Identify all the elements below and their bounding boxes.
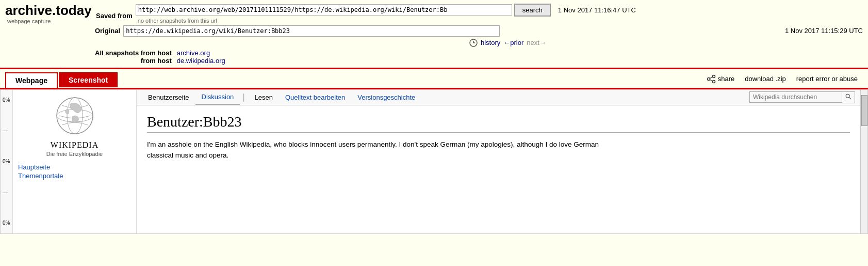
wiki-logo-title: WIKIPEDIA — [18, 140, 131, 150]
svg-point-12 — [846, 94, 849, 98]
percentage-bar: 0% — 0% — 0% — [1, 90, 13, 233]
wiki-tab-benutzerseite[interactable]: Benutzerseite — [142, 90, 195, 104]
report-label: report error or abuse — [796, 75, 858, 83]
wiki-tab-versionsgeschichte[interactable]: Versionsgeschichte — [351, 90, 421, 104]
wiki-tab-separator: │ — [240, 90, 248, 104]
wiki-page-title: Benutzer:Bbb23 — [147, 114, 850, 133]
history-link[interactable]: history — [481, 39, 500, 46]
share-link[interactable]: share — [707, 74, 735, 84]
wiki-tab-diskussion[interactable]: Diskussion — [195, 90, 240, 105]
history-clock-icon — [469, 39, 478, 47]
saved-url-input[interactable] — [136, 4, 512, 15]
brand-title: archive.today — [5, 3, 93, 18]
pct-dash2: — — [3, 190, 10, 195]
saved-from-label: Saved from — [96, 12, 133, 20]
wiki-tab-lesen[interactable]: Lesen — [248, 90, 279, 104]
wiki-sidebar-hauptseite[interactable]: Hauptseite — [18, 163, 131, 171]
report-link[interactable]: report error or abuse — [796, 75, 858, 83]
content-area: 0% — 0% — 0% WIKIPEDIA Die freie Enzyklo… — [0, 89, 868, 234]
pct-0b: 0% — [3, 159, 10, 164]
no-snapshots-text: no other snapshots from this url — [138, 18, 217, 24]
share-label: share — [718, 75, 735, 83]
download-link[interactable]: download .zip — [745, 75, 786, 83]
wiki-sidebar: WIKIPEDIA Die freie Enzyklopädie Hauptse… — [13, 90, 137, 233]
wiki-body-text: I'm an asshole on the English Wikipedia,… — [147, 139, 611, 161]
scrollbar[interactable] — [860, 90, 867, 233]
webpage-tab[interactable]: Webpage — [5, 72, 58, 88]
pct-0c: 0% — [3, 220, 10, 226]
wikipedia-globe-icon — [54, 95, 95, 136]
brand-subtitle: webpage capture — [7, 18, 93, 24]
snapshots-host2-link[interactable]: de.wikipedia.org — [177, 57, 225, 65]
wiki-logo-subtitle: Die freie Enzyklopädie — [18, 151, 131, 157]
pct-0: 0% — [3, 97, 10, 103]
wiki-search-button[interactable] — [842, 91, 855, 103]
scrollbar-thumb[interactable] — [861, 95, 867, 126]
share-icon — [707, 74, 716, 84]
original-label: Original — [95, 27, 120, 35]
svg-line-7 — [710, 80, 713, 81]
next-link: next→ — [527, 39, 546, 46]
snapshots-host1-link[interactable]: archive.org — [177, 49, 225, 57]
wiki-main: Benutzerseite Diskussion │ Lesen Quellte… — [137, 90, 860, 233]
wiki-tab-quelltext[interactable]: Quelltext bearbeiten — [279, 90, 351, 104]
download-label: download .zip — [745, 75, 786, 83]
brand: archive.today webpage capture — [5, 3, 93, 24]
wiki-content: Benutzer:Bbb23 I'm an asshole on the Eng… — [137, 105, 860, 169]
from-host-label: from host — [141, 57, 172, 65]
wiki-tabs-bar: Benutzerseite Diskussion │ Lesen Quellte… — [137, 90, 860, 105]
svg-point-4 — [707, 77, 710, 80]
timestamp2: 1 Nov 2017 11:15:29 UTC — [785, 27, 863, 35]
svg-line-13 — [849, 97, 851, 99]
svg-point-5 — [712, 80, 715, 83]
wiki-search-input[interactable] — [749, 91, 842, 103]
timestamp1: 1 Nov 2017 11:16:47 UTC — [558, 6, 636, 14]
original-url-input[interactable] — [123, 25, 500, 37]
screenshot-tab[interactable]: Screenshot — [59, 72, 118, 87]
snapshots-label: All snapshots from host — [95, 49, 172, 57]
prior-link[interactable]: ←prior — [503, 39, 523, 46]
search-button[interactable]: search — [514, 4, 551, 17]
wiki-sidebar-themenportale[interactable]: Themenportale — [18, 172, 131, 180]
svg-line-6 — [710, 77, 713, 79]
svg-point-3 — [712, 75, 715, 77]
pct-dash1: — — [3, 128, 10, 133]
